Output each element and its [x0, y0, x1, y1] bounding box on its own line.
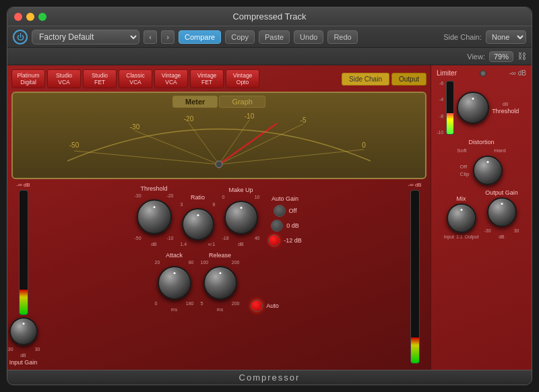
ratio-scale-br: ∞:1	[208, 242, 216, 247]
attack-scale-bl: 0	[155, 301, 158, 306]
redo-button[interactable]: Redo	[327, 30, 357, 44]
output-gain-label: Output Gain	[485, 189, 518, 196]
comp-btn-vintage-opto[interactable]: VintageOpto	[226, 69, 259, 88]
meter-tabs-row: Meter Graph	[13, 93, 425, 110]
maximize-button[interactable]	[38, 13, 46, 21]
distortion-knob[interactable]	[473, 156, 503, 185]
dist-off-label: Off	[460, 164, 470, 170]
output-view-button[interactable]: Output	[391, 73, 426, 86]
makeup-scale-bl: -18	[222, 236, 229, 240]
sidechain-area: Side Chain: None	[443, 30, 526, 44]
knob-indicator	[153, 206, 155, 208]
knobs-main-row: Threshold -30 -20 -50 -10	[38, 183, 400, 249]
input-gain-knob[interactable]	[9, 317, 38, 346]
auto-gain-section: Auto Gain Off 0 dB -12 dB	[267, 195, 304, 247]
right-gain-section: -∞ dB +3 -3 -9 -12 -18 -24 -30 -60	[403, 183, 426, 366]
preset-select[interactable]: Factory Default	[32, 30, 139, 44]
limiter-label: Limiter	[437, 69, 457, 77]
threshold-knob[interactable]	[137, 199, 172, 234]
comp-btn-vintage-fet[interactable]: VintageFET	[190, 69, 224, 88]
threshold-right-label: Threshold	[492, 108, 519, 115]
comp-btn-platinum-digital[interactable]: PlatinumDigital	[11, 69, 45, 88]
top-row: PlatinumDigital StudioVCA StudioFET Clas…	[11, 69, 426, 88]
auto-button-section: Auto	[247, 252, 284, 312]
knob-indicator	[240, 207, 242, 209]
next-preset-button[interactable]: ›	[161, 30, 175, 44]
sidechain-select[interactable]: None	[486, 30, 526, 44]
threshold-unit: dB	[151, 242, 157, 247]
release-label: Release	[209, 252, 231, 259]
threshold-scale-bot: -50 -10	[135, 236, 174, 240]
release-knob[interactable]	[203, 266, 237, 300]
auto-gain-12db-button[interactable]: -12 dB	[268, 234, 302, 247]
makeup-scale-top: 0 10	[222, 195, 260, 199]
release-scale-tr: 200	[232, 260, 240, 265]
prev-preset-button[interactable]: ‹	[144, 30, 157, 44]
auto-gain-0db-label: 0 dB	[286, 222, 299, 229]
power-button[interactable]: ⏻	[13, 30, 28, 44]
release-scale-bot: 5 200	[201, 301, 240, 306]
minimize-button[interactable]	[26, 13, 34, 21]
thresh-scale-br: -10	[166, 236, 173, 240]
output-gain-unit: dB	[499, 234, 505, 239]
threshold-right-fill	[447, 113, 453, 134]
comp-btn-studio-fet[interactable]: StudioFET	[83, 69, 117, 88]
makeup-knob-group: Make Up 0 10 -18 40	[222, 187, 260, 247]
attack-scale-bot: 0 180	[155, 301, 194, 306]
mix-knob-group: Mix Input 1:1 Output	[444, 195, 479, 239]
right-gain-meter-bar: +3 -3 -9 -12 -18 -24 -30 -60	[410, 190, 420, 364]
left-gain-section: -∞ dB +3 0 -3 -6 -12 -18 -24 -30 -40	[11, 183, 35, 366]
paste-button[interactable]: Paste	[259, 30, 290, 44]
release-unit: ms	[217, 307, 223, 312]
comp-btn-vintage-vca[interactable]: VintageVCA	[154, 69, 188, 88]
compare-button[interactable]: Compare	[179, 30, 221, 44]
attack-scale-top: 20 80	[155, 260, 194, 265]
thresh-scale-bl: -50	[135, 236, 141, 240]
ratio-scale-top: 3 8	[181, 202, 216, 207]
ratio-label: Ratio	[191, 194, 205, 201]
controls-bar2: View: 79% ⛓	[7, 48, 532, 65]
title-bar: Compressed Track	[7, 7, 532, 26]
limiter-section: Limiter -∞ dB	[437, 69, 526, 77]
ratio-knob[interactable]	[182, 208, 214, 240]
distortion-label: Distortion	[437, 139, 526, 145]
sidechain-label: Side Chain:	[443, 33, 482, 41]
link-icon[interactable]: ⛓	[517, 51, 526, 61]
input-gain-knob-wrap: -30 30 dB Input Gain	[7, 317, 40, 366]
limiter-inf-label: -∞ dB	[509, 69, 526, 77]
close-button[interactable]	[14, 13, 22, 21]
threshold-right-knob[interactable]	[457, 92, 489, 124]
limiter-led	[480, 70, 486, 77]
auto-gain-off-button[interactable]: Off	[274, 205, 297, 217]
makeup-label: Make Up	[228, 187, 253, 193]
comp-btn-classic-vca[interactable]: ClassicVCA	[119, 69, 152, 88]
meter-tab[interactable]: Meter	[172, 96, 218, 108]
knob-indicator	[173, 272, 175, 274]
auto-gain-0db-button[interactable]: 0 dB	[271, 220, 299, 232]
attack-knob[interactable]	[158, 266, 191, 300]
ratio-knob-group: Ratio 3 8 1.4 ∞:1	[181, 194, 216, 247]
output-gain-knob[interactable]	[487, 197, 517, 227]
left-gain-fill	[20, 290, 28, 315]
makeup-scale-bot: -18 40	[222, 236, 260, 240]
auto-gain-12db-led	[268, 234, 280, 247]
dist-soft-label: Soft	[457, 148, 466, 154]
sidechain-view-button[interactable]: Side Chain	[342, 73, 389, 86]
mix-knob[interactable]	[447, 203, 476, 233]
mix-ratio: 1:1	[456, 234, 463, 239]
release-scale-br: 200	[232, 301, 240, 306]
traffic-lights	[14, 13, 46, 21]
makeup-knob[interactable]	[224, 201, 258, 234]
auto-release-button-wrap: Auto	[251, 280, 279, 312]
right-side-panel: Limiter -∞ dB -6 -4 -8 -10	[431, 65, 532, 370]
right-gain-fill	[411, 337, 419, 363]
auto-release-button[interactable]: Auto	[251, 300, 279, 312]
copy-button[interactable]: Copy	[225, 30, 255, 44]
comp-btn-studio-vca[interactable]: StudioVCA	[47, 69, 81, 88]
main-controls-area: -∞ dB +3 0 -3 -6 -12 -18 -24 -30 -40	[11, 183, 426, 366]
knob-indicator	[501, 203, 503, 205]
graph-tab[interactable]: Graph	[219, 96, 265, 108]
threshold-right-scale: -6 -4 -8 -10	[437, 81, 443, 135]
undo-button[interactable]: Undo	[294, 30, 323, 44]
threshold-knob-group: Threshold -30 -20 -50 -10	[135, 185, 174, 247]
